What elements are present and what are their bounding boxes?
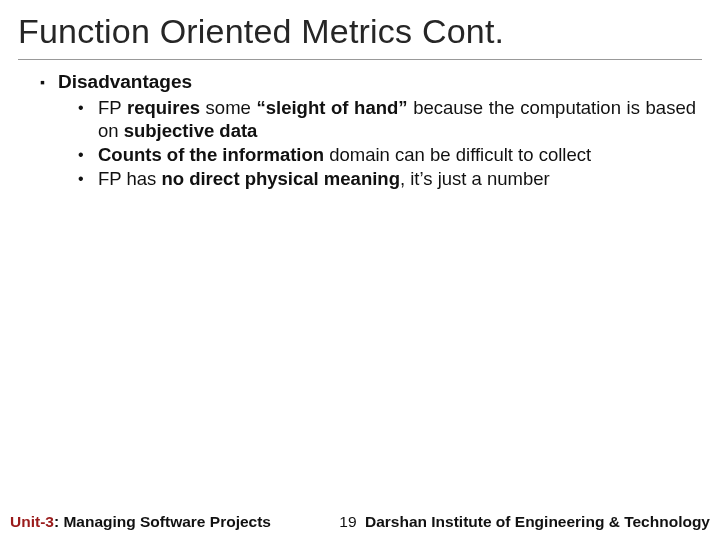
list-item: ▪ Disadvantages xyxy=(40,70,696,94)
footer-org: Darshan Institute of Engineering & Techn… xyxy=(365,513,710,531)
text-run: FP has xyxy=(98,168,161,189)
text-run: some xyxy=(200,97,257,118)
text-run-bold: Counts of the information xyxy=(98,144,324,165)
list-item: • Counts of the information domain can b… xyxy=(78,143,696,166)
text-run-bold: “sleight of hand” xyxy=(257,97,408,118)
text-run: , it’s just a number xyxy=(400,168,550,189)
sub-list: • FP requires some “sleight of hand” bec… xyxy=(40,96,696,190)
text-run-bold: requires xyxy=(127,97,200,118)
unit-title: : Managing Software Projects xyxy=(54,513,271,530)
bullet-text: FP has no direct physical meaning, it’s … xyxy=(98,167,550,190)
footer: Unit-3: Managing Software Projects 19 Da… xyxy=(0,510,720,540)
content-area: ▪ Disadvantages • FP requires some “slei… xyxy=(18,70,702,190)
bullet-text: FP requires some “sleight of hand” becau… xyxy=(98,96,696,142)
footer-left: Unit-3: Managing Software Projects xyxy=(10,513,271,531)
list-item: • FP has no direct physical meaning, it’… xyxy=(78,167,696,190)
text-run: domain can be difficult to collect xyxy=(324,144,591,165)
unit-label: Unit-3 xyxy=(10,513,54,530)
slide: Function Oriented Metrics Cont. ▪ Disadv… xyxy=(0,0,720,540)
dot-bullet-icon: • xyxy=(78,167,98,190)
bullet-text: Counts of the information domain can be … xyxy=(98,143,591,166)
dot-bullet-icon: • xyxy=(78,96,98,119)
page-title: Function Oriented Metrics Cont. xyxy=(18,12,702,60)
section-heading: Disadvantages xyxy=(58,70,192,94)
text-run-bold: no direct physical meaning xyxy=(161,168,400,189)
page-number: 19 xyxy=(271,513,365,531)
text-run-bold: subjective data xyxy=(124,120,258,141)
square-bullet-icon: ▪ xyxy=(40,70,58,94)
list-item: • FP requires some “sleight of hand” bec… xyxy=(78,96,696,142)
dot-bullet-icon: • xyxy=(78,143,98,166)
text-run: FP xyxy=(98,97,127,118)
